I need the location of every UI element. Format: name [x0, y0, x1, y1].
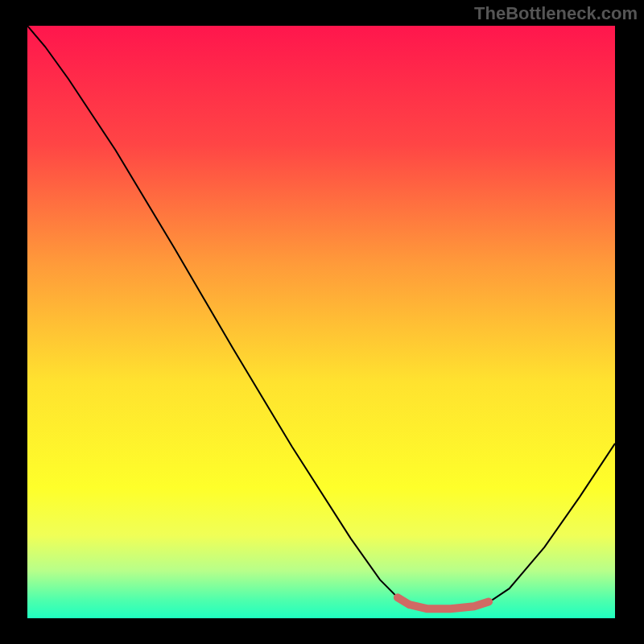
watermark-label: TheBottleneck.com	[474, 3, 638, 24]
chart-container: TheBottleneck.com	[0, 0, 644, 644]
plot-area	[27, 26, 615, 618]
highlight-band	[398, 597, 489, 609]
highlight-layer	[27, 26, 615, 618]
